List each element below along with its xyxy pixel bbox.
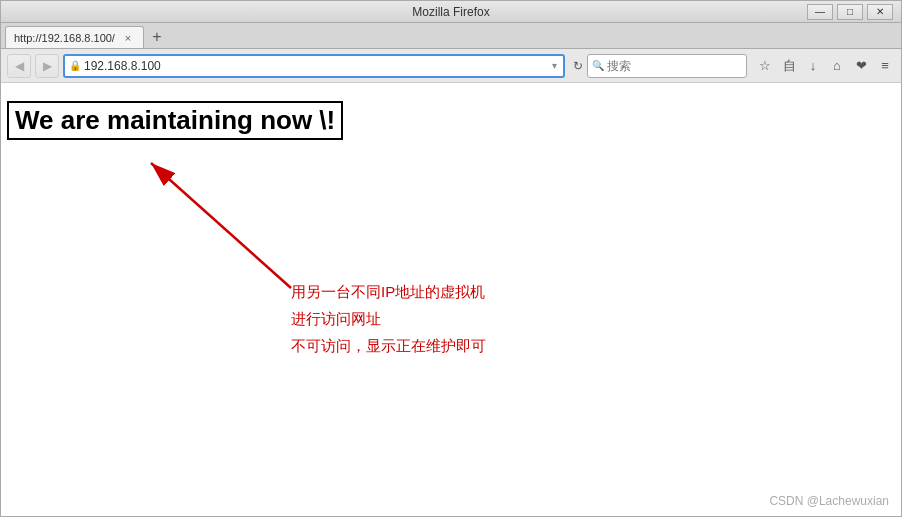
browser-window: Mozilla Firefox — □ ✕ http://192.168.8.1… (0, 0, 902, 517)
search-input[interactable] (607, 59, 757, 73)
window-title: Mozilla Firefox (412, 5, 489, 19)
tab-label: http://192.168.8.100/ (14, 32, 115, 44)
pocket-button[interactable]: ❤ (851, 56, 871, 76)
nav-icon-group: ☆ 自 ↓ ⌂ ❤ ≡ (755, 56, 895, 76)
page-content: We are maintaining now \! 用另一台不同IP地址的虚拟机… (1, 83, 901, 516)
svg-line-1 (151, 163, 291, 288)
csdn-watermark: CSDN @Lachewuxian (769, 494, 889, 508)
tab-close-button[interactable]: × (121, 31, 135, 45)
refresh-button[interactable]: ↻ (573, 59, 583, 73)
window-controls: — □ ✕ (807, 4, 893, 20)
bookmark-star-button[interactable]: ☆ (755, 56, 775, 76)
new-tab-button[interactable]: + (146, 26, 168, 48)
menu-button[interactable]: ≡ (875, 56, 895, 76)
maximize-button[interactable]: □ (837, 4, 863, 20)
address-dropdown-icon[interactable]: ▾ (550, 60, 559, 71)
address-bar-container: 🔒 ▾ (63, 54, 565, 78)
forward-icon: ▶ (43, 59, 52, 73)
browser-tab[interactable]: http://192.168.8.100/ × (5, 26, 144, 48)
forward-button[interactable]: ▶ (35, 54, 59, 78)
navigation-bar: ◀ ▶ 🔒 ▾ ↻ 🔍 ☆ 自 ↓ ⌂ ❤ ≡ (1, 49, 901, 83)
back-button[interactable]: ◀ (7, 54, 31, 78)
minimize-button[interactable]: — (807, 4, 833, 20)
home-button[interactable]: ⌂ (827, 56, 847, 76)
close-button[interactable]: ✕ (867, 4, 893, 20)
chinese-annotation: 用另一台不同IP地址的虚拟机 进行访问网址 不可访问，显示正在维护即可 (291, 278, 486, 359)
search-bar-container: 🔍 (587, 54, 747, 78)
annotation-line-1: 用另一台不同IP地址的虚拟机 (291, 278, 486, 305)
annotation-line-2: 进行访问网址 (291, 305, 486, 332)
address-input[interactable] (84, 59, 550, 73)
annotation-line-3: 不可访问，显示正在维护即可 (291, 332, 486, 359)
search-icon: 🔍 (592, 60, 604, 71)
download-button[interactable]: ↓ (803, 56, 823, 76)
back-icon: ◀ (15, 59, 24, 73)
tab-bar: http://192.168.8.100/ × + (1, 23, 901, 49)
reader-view-button[interactable]: 自 (779, 56, 799, 76)
titlebar: Mozilla Firefox — □ ✕ (1, 1, 901, 23)
lock-icon: 🔒 (69, 60, 81, 71)
